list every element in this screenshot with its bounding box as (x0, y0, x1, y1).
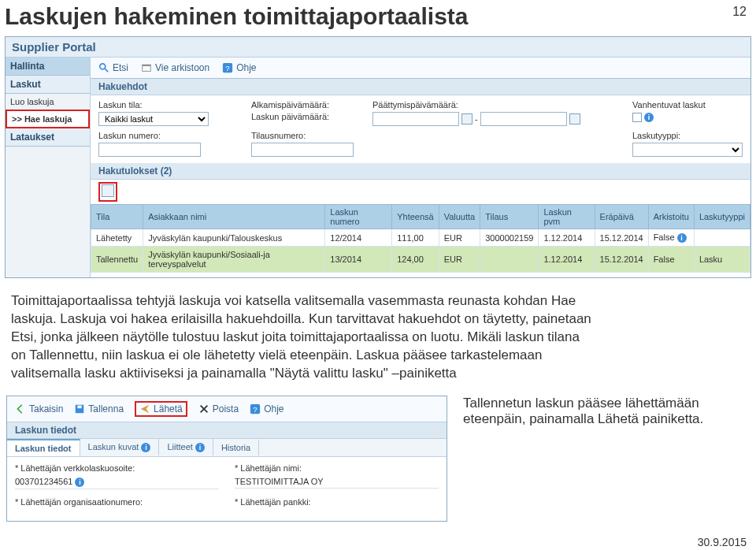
svg-text:?: ? (253, 404, 257, 413)
col-tyyp[interactable]: Laskutyyppi (694, 205, 750, 229)
input-alkupvm[interactable] (372, 112, 459, 126)
table-row[interactable]: Lähetetty Jyväskylän kaupunki/Talouskesk… (91, 229, 750, 247)
save-icon (74, 403, 85, 414)
sidebar-lataukset[interactable]: Lataukset (6, 128, 90, 147)
lbl-organisaationumero: * Lähettäjän organisaationumero: (15, 497, 219, 507)
cell-tilaus: 3000002159 (480, 229, 539, 247)
col-ark[interactable]: Arkistoitu (648, 205, 694, 229)
calendar-icon[interactable] (461, 113, 472, 124)
nayta-valittu-lasku-button[interactable] (98, 182, 117, 202)
help-icon: ? (222, 62, 233, 73)
etsi-label: Etsi (113, 62, 128, 73)
sidebar-laskut[interactable]: Laskut (6, 76, 90, 94)
chk-vanhentuvat[interactable] (632, 113, 642, 122)
col-erapvm[interactable]: Eräpäivä (595, 205, 648, 229)
cell-erapvm: 15.12.2014 (595, 247, 648, 273)
vie-arkistoon-button[interactable]: Vie arkistoon (141, 62, 209, 73)
cell-val: EUR (439, 229, 480, 247)
tallenna-label: Tallenna (88, 403, 124, 414)
cell-tilaus (480, 247, 539, 273)
col-val[interactable]: Valuutta (439, 205, 480, 229)
cell-lpvm: 1.12.2014 (539, 247, 595, 273)
sidebar-item-hae-laskuja[interactable]: >> Hae laskuja (6, 110, 90, 128)
input-laskun-numero[interactable] (98, 143, 201, 157)
info-icon[interactable]: i (75, 478, 84, 487)
cell-erapvm: 15.12.2014 (595, 229, 648, 247)
tallenna-button[interactable]: Tallenna (74, 401, 124, 417)
col-tila[interactable]: Tila (91, 205, 143, 229)
svg-rect-6 (78, 405, 82, 408)
svg-rect-2 (143, 65, 151, 71)
cell-yht: 111,00 (392, 229, 439, 247)
laheta-button[interactable]: Lähetä (135, 401, 187, 417)
svg-line-1 (105, 69, 108, 72)
input-loppupvm[interactable] (480, 112, 567, 126)
poista-label: Poista (213, 403, 239, 414)
ohje-button[interactable]: ? Ohje (222, 62, 256, 73)
col-asiakas[interactable]: Asiakkaan nimi (143, 205, 325, 229)
hakuehdot-header: Hakuehdot (91, 79, 750, 95)
info-icon[interactable]: i (195, 443, 205, 452)
ohje-label: Ohje (236, 62, 256, 73)
cell-val: EUR (439, 247, 480, 273)
lbl-paattymispvm: Päättymispäivämäärä: (372, 100, 580, 110)
sidebar-hallinta[interactable]: Hallinta (6, 58, 90, 76)
lbl-alkamispvm: Alkamispäivämäärä: (251, 100, 361, 110)
toolbar: Etsi Vie arkistoon ? Ohje (91, 58, 750, 79)
cell-tyyp: Lasku (694, 247, 750, 273)
svg-text:?: ? (225, 64, 229, 72)
cell-tyyp (694, 229, 750, 247)
val-verkkolaskuosoite: 003701234561 (15, 477, 72, 486)
lbl-laskun-tila: Laskun tila: (98, 100, 240, 110)
archive-icon (141, 62, 152, 73)
sidebar: Hallinta Laskut Luo laskuja >> Hae lasku… (6, 58, 91, 277)
ohje-button[interactable]: ? Ohje (250, 401, 284, 417)
lbl-verkkolaskuosoite: * Lähettäjän verkkolaskuosoite: (15, 463, 219, 473)
document-icon (102, 184, 114, 197)
tab-historia[interactable]: Historia (213, 440, 259, 455)
lbl-lahettajan-pankki: * Lähettäjän pankki: (235, 497, 439, 507)
info-icon[interactable]: i (677, 233, 687, 243)
cell-tila: Tallennettu (91, 247, 143, 273)
tab-laskun-tiedot[interactable]: Laskun tiedot (7, 439, 80, 456)
portal-header: Supplier Portal (6, 37, 750, 58)
cell-lnum: 13/2014 (325, 247, 392, 273)
sidebar-item-luo-laskuja[interactable]: Luo laskuja (6, 94, 90, 110)
info-icon[interactable]: i (644, 113, 654, 122)
val-lahettajan-nimi: TESTITOIMITTAJA OY (235, 475, 439, 489)
vie-label: Vie arkistoon (155, 62, 209, 73)
tab-liitteet[interactable]: Liitteet i (159, 439, 213, 455)
tab-laskun-kuvat[interactable]: Laskun kuvat i (80, 439, 160, 455)
lbl-laskun-pvm: Laskun päivämäärä: (251, 112, 361, 121)
search-icon (98, 62, 109, 73)
input-tilausnumero[interactable] (251, 143, 354, 157)
hakutulokset-header: Hakutulokset (2) (91, 163, 750, 180)
cell-asiakas: Jyväskylän kaupunki/Sosiaali-ja terveysp… (143, 247, 325, 273)
info-icon[interactable]: i (141, 443, 150, 452)
send-icon (139, 403, 150, 414)
table-row[interactable]: Tallennettu Jyväskylän kaupunki/Sosiaali… (91, 247, 750, 273)
results-table: Tila Asiakkaan nimi Laskun numero Yhteen… (91, 204, 750, 273)
calendar-icon[interactable] (569, 113, 580, 124)
lbl-laskun-numero: Laskun numero: (98, 131, 240, 140)
takaisin-button[interactable]: Takaisin (15, 401, 63, 417)
svg-point-0 (100, 64, 106, 69)
select-laskun-tila[interactable]: Kaikki laskut (98, 112, 209, 126)
help-icon: ? (250, 403, 261, 414)
poista-button[interactable]: Poista (198, 401, 239, 417)
col-lnum[interactable]: Laskun numero (325, 205, 392, 229)
caption-laheta: Tallennetun laskun pääsee lähettämään et… (463, 396, 715, 522)
col-lpvm[interactable]: Laskun pvm (539, 205, 595, 229)
cell-lpvm: 1.12.2014 (539, 229, 595, 247)
select-laskutyyppi[interactable] (632, 143, 743, 157)
etsi-button[interactable]: Etsi (98, 62, 128, 73)
ohje-label: Ohje (264, 403, 284, 414)
page-number: 12 (732, 5, 747, 19)
lbl-tilausnumero: Tilausnumero: (251, 131, 361, 140)
delete-icon (198, 403, 209, 414)
col-tilaus[interactable]: Tilaus (480, 205, 539, 229)
col-yht[interactable]: Yhteensä (392, 205, 439, 229)
page-title: Laskujen hakeminen toimittajaportaalista (5, 3, 756, 30)
back-icon (15, 403, 26, 414)
cell-tila: Lähetetty (91, 229, 143, 247)
